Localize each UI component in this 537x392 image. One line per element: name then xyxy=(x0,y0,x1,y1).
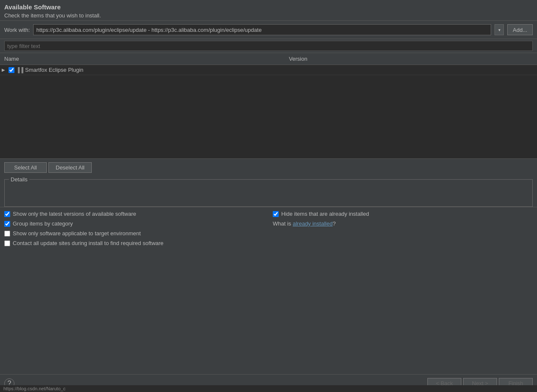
add-button[interactable]: Add... xyxy=(507,24,533,35)
work-with-row: Work with: ▾ Add... xyxy=(0,21,537,39)
suffix-text: ? xyxy=(333,220,336,227)
work-with-dropdown-btn[interactable]: ▾ xyxy=(495,24,504,35)
table-row: ▶ ▐▐ Smartfox Eclipse Plugin xyxy=(0,65,537,75)
already-installed-link[interactable]: already installed xyxy=(293,220,333,227)
options-section: Show only the latest versions of availab… xyxy=(0,207,537,250)
plugin-icon: ▐▐ xyxy=(16,67,23,73)
target-environment-checkbox[interactable] xyxy=(4,231,10,237)
column-version-header: Version xyxy=(285,55,537,63)
page-title: Available Software xyxy=(4,3,533,11)
details-fieldset: Details xyxy=(4,176,533,207)
column-name-header: Name xyxy=(0,55,285,63)
group-by-category-label: Group items by category xyxy=(13,220,73,227)
contact-update-sites-checkbox[interactable] xyxy=(4,240,10,246)
filter-input[interactable] xyxy=(4,41,533,51)
target-environment-label: Show only software applicable to target … xyxy=(13,230,141,237)
latest-versions-checkbox[interactable] xyxy=(4,211,10,217)
select-buttons-bar: Select All Deselect All xyxy=(0,158,537,176)
filter-row xyxy=(0,39,537,53)
status-bar: https://blog.csdn.net/Naruto_c xyxy=(0,385,537,392)
hide-installed-checkbox[interactable] xyxy=(273,211,279,217)
main-container: Available Software Check the items that … xyxy=(0,0,537,392)
select-all-button[interactable]: Select All xyxy=(4,162,47,173)
table-header: Name Version xyxy=(0,53,537,65)
option-contact-update-sites: Contact all update sites during install … xyxy=(4,240,264,246)
subtitle: Check the items that you wish to install… xyxy=(4,12,533,19)
already-installed-text: What is already installed? xyxy=(273,220,336,227)
options-right: Hide items that are already installed Wh… xyxy=(264,211,533,246)
what-is-text: What is xyxy=(273,220,293,227)
options-left: Show only the latest versions of availab… xyxy=(4,211,264,246)
table-content: ▶ ▐▐ Smartfox Eclipse Plugin xyxy=(0,65,537,158)
option-already-installed-link: What is already installed? xyxy=(273,220,533,227)
latest-versions-label: Show only the latest versions of availab… xyxy=(13,211,136,217)
row-expander[interactable]: ▶ xyxy=(0,68,7,72)
option-latest-versions: Show only the latest versions of availab… xyxy=(4,211,264,217)
group-by-category-checkbox[interactable] xyxy=(4,221,10,227)
row-label: Smartfox Eclipse Plugin xyxy=(25,67,83,73)
option-hide-installed: Hide items that are already installed xyxy=(273,211,533,217)
option-target-environment: Show only software applicable to target … xyxy=(4,230,264,237)
hide-installed-label: Hide items that are already installed xyxy=(281,211,369,217)
title-section: Available Software Check the items that … xyxy=(0,0,537,21)
option-group-by-category: Group items by category xyxy=(4,220,264,227)
work-with-label: Work with: xyxy=(4,27,30,33)
deselect-all-button[interactable]: Deselect All xyxy=(48,162,92,173)
spacer xyxy=(0,250,537,374)
status-url: https://blog.csdn.net/Naruto_c xyxy=(3,386,65,391)
work-with-input[interactable] xyxy=(33,24,491,35)
row-checkbox[interactable] xyxy=(8,67,14,73)
contact-update-sites-label: Contact all update sites during install … xyxy=(13,240,164,246)
details-legend: Details xyxy=(9,176,29,183)
